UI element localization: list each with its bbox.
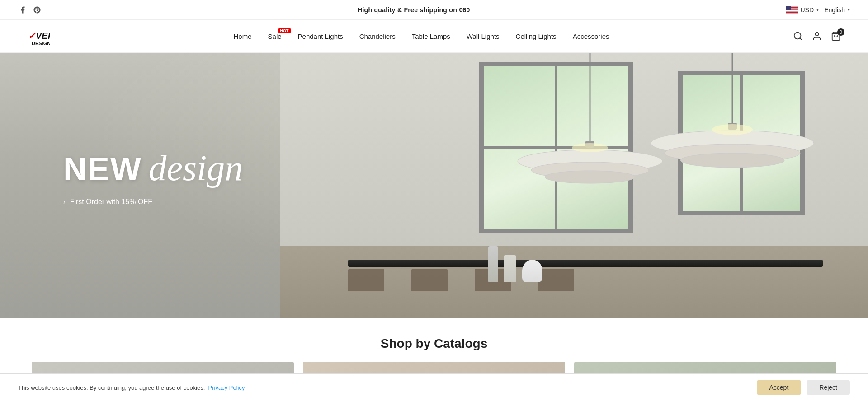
user-icon (812, 31, 822, 41)
svg-text:DESIGNS: DESIGNS (32, 41, 50, 46)
nav-sale[interactable]: Sale Hot (268, 33, 282, 40)
cart-count: 0 (837, 28, 844, 36)
cookie-accept-button[interactable]: Accept (757, 380, 802, 395)
cookie-text: This website uses cookies. By continuing… (18, 384, 245, 391)
svg-point-25 (712, 124, 753, 135)
hero-headline: NEW design (63, 148, 243, 189)
hero-design-text: design (148, 148, 243, 188)
cookie-bar: This website uses cookies. By continuing… (0, 373, 868, 401)
announcement-bar: High quality & Free shipping on €60 USD … (0, 0, 868, 20)
us-flag-icon (786, 6, 798, 14)
table-decor (488, 246, 542, 284)
svg-rect-4 (786, 10, 798, 10)
svg-point-10 (794, 33, 801, 39)
hot-badge: Hot (278, 28, 291, 33)
svg-line-11 (800, 38, 802, 40)
catalogs-title: Shop by Catalogs (27, 336, 841, 351)
svg-point-24 (680, 153, 784, 168)
logo[interactable]: ✓VERY DESIGNS (27, 26, 50, 46)
svg-point-18 (545, 171, 635, 183)
social-icons (18, 5, 42, 14)
language-chevron: ▾ (848, 7, 850, 12)
header-actions: 0 (793, 31, 841, 41)
svg-rect-7 (786, 6, 791, 10)
hero-cta-text: First Order with 15% OFF (70, 198, 152, 206)
hero-text: NEW design › First Order with 15% OFF (0, 148, 243, 206)
search-icon (793, 31, 803, 41)
nav-ceiling-lights[interactable]: Celling Lights (516, 33, 557, 40)
chevron-right-icon: › (63, 198, 66, 205)
svg-text:✓VERY: ✓VERY (28, 31, 50, 41)
cookie-reject-button[interactable]: Reject (807, 380, 850, 395)
currency-text: USD (801, 6, 814, 14)
svg-point-12 (815, 33, 818, 36)
svg-rect-6 (786, 13, 798, 13)
nav-table-lamps[interactable]: Table Lamps (412, 33, 450, 40)
cookie-actions: Accept Reject (757, 380, 850, 395)
currency-selector[interactable]: USD ▾ (786, 6, 819, 14)
currency-chevron: ▾ (816, 7, 819, 12)
nav-wall-lights[interactable]: Wall Lights (467, 33, 500, 40)
language-text: English (824, 6, 845, 14)
dining-table (348, 260, 823, 291)
room-scene (280, 53, 868, 318)
account-button[interactable] (812, 31, 822, 41)
hero-section: NEW design › First Order with 15% OFF (0, 53, 868, 318)
cart-button[interactable]: 0 (831, 31, 841, 41)
nav-home[interactable]: Home (234, 33, 252, 40)
announcement-text: High quality & Free shipping on €60 (358, 6, 470, 14)
nav-pendant-lights[interactable]: Pendant Lights (298, 33, 343, 40)
facebook-icon[interactable] (18, 5, 27, 14)
svg-point-19 (572, 143, 608, 152)
nav-chandeliers[interactable]: Chandeliers (359, 33, 396, 40)
pinterest-icon[interactable] (33, 5, 42, 14)
nav-accessories[interactable]: Accessories (573, 33, 609, 40)
hero-cta[interactable]: › First Order with 15% OFF (63, 198, 243, 206)
search-button[interactable] (793, 31, 803, 41)
logo-icon: ✓VERY DESIGNS (27, 26, 50, 46)
svg-rect-5 (786, 11, 798, 12)
privacy-policy-link[interactable]: Privacy Policy (208, 384, 245, 391)
language-selector[interactable]: English ▾ (824, 6, 850, 14)
announcement-right: USD ▾ English ▾ (786, 6, 850, 14)
header: ✓VERY DESIGNS Home Sale Hot Pendant Ligh… (0, 20, 868, 53)
main-nav: Home Sale Hot Pendant Lights Chandeliers… (234, 33, 609, 40)
pendant-lamps-svg (511, 53, 827, 247)
hero-new-text: NEW (63, 151, 142, 187)
